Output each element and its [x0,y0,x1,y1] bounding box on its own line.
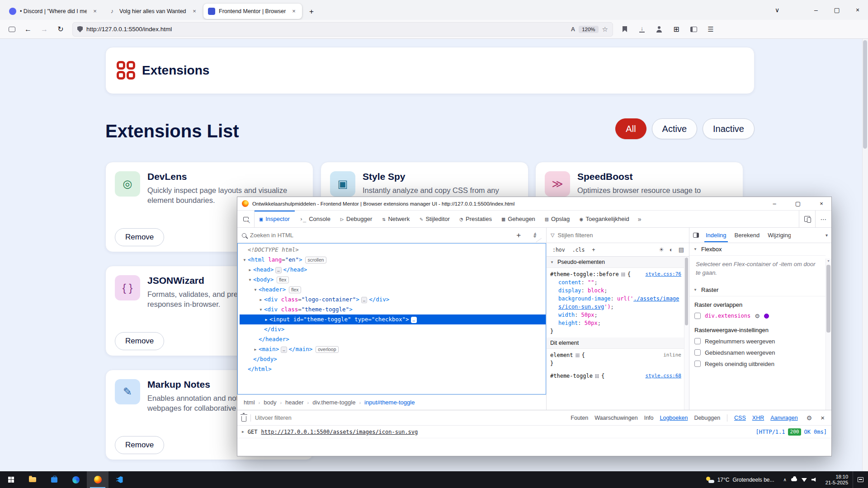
twisty-icon[interactable]: ▼ [252,285,259,295]
console-filter-logboeken[interactable]: Logboeken [657,413,691,422]
close-split-console-icon[interactable]: × [818,414,827,422]
grid-section-header[interactable]: ▼ Raster [689,284,826,296]
pick-element-button[interactable] [237,211,255,227]
sidebar-tabs-caret-icon[interactable]: ▾ [826,233,828,238]
devtools-tab-stijleditor[interactable]: ✎Stijleditor [415,211,455,227]
markup-node[interactable]: </html> [240,364,546,374]
inline-ellipsis[interactable]: … [275,267,281,273]
twisty-icon[interactable]: ▶ [252,345,259,355]
markup-badge-flex[interactable]: flex [277,277,288,283]
sidebar-button[interactable] [686,22,701,37]
markup-badge-scrollen[interactable]: scrollen [305,257,326,263]
tab-close-icon[interactable]: × [190,7,199,16]
devtools-tab-opslag[interactable]: ▤Opslag [540,211,575,227]
filter-inactive-button[interactable]: Inactive [703,118,755,139]
edge-button[interactable] [65,471,87,488]
rules-section-header[interactable]: ▼Pseudo-elementen [547,257,684,268]
html-markup-tree[interactable]: <!DOCTYPE html>▼<html lang="en">scrollen… [237,243,546,394]
devtools-minimize-button[interactable]: – [764,197,784,210]
css-declaration[interactable]: display: block; [550,286,681,295]
window-maximize-button[interactable]: ▢ [826,0,847,20]
devtools-tab-toegankelijkheid[interactable]: ◉Toegankelijkheid [575,211,634,227]
pocket-button[interactable] [618,22,632,37]
bookmark-star-icon[interactable]: ☆ [602,25,608,33]
dark-mode-sim-icon[interactable]: ◐ [668,246,675,253]
clear-console-trash-icon[interactable] [241,416,246,422]
browser-tab-discord[interactable]: • Discord | "Where did I mess u × [5,4,103,19]
extensions-button[interactable]: ⊞ [669,22,684,37]
console-filter-waarschuwingen[interactable]: Waarschuwingen [592,413,640,422]
markup-node[interactable]: ▶<main>…</main>overloop [240,344,546,354]
back-button[interactable]: ← [21,22,35,37]
devtools-titlebar[interactable]: Ontwikkelaarshulpmiddelen - Frontend Men… [237,197,831,211]
firefox-taskbar-button[interactable] [87,471,108,488]
twisty-icon[interactable]: ▶ [263,315,269,325]
class-toggle[interactable]: .cls [570,246,587,254]
window-minimize-button[interactable]: – [806,0,826,20]
console-filter-xhr[interactable]: XHR [750,413,767,422]
markup-badge-flex[interactable]: flex [289,286,301,293]
rule-source[interactable]: style.css:68 [646,372,681,380]
microsoft-store-button[interactable] [43,471,65,488]
highlighter-toggle-icon[interactable] [621,272,625,277]
reload-button[interactable]: ↻ [53,22,68,37]
console-filter-info[interactable]: Info [642,413,656,422]
scroll-up-icon[interactable]: ▼ [826,259,830,263]
zoom-level-badge[interactable]: 120% [579,26,598,33]
hidden-icons-chevron-icon[interactable]: ∧ [783,477,787,482]
console-filter-fouten[interactable]: Fouten [568,413,591,422]
rules-scrollbar-thumb[interactable] [685,258,688,325]
twisty-icon[interactable]: ▶ [258,295,264,305]
devtools-tab-prestaties[interactable]: ◔Prestaties [455,211,497,227]
tab-berekend[interactable]: Berekend [731,228,763,242]
rule-selector[interactable]: #theme-toggle::before [550,270,619,278]
twisty-icon[interactable]: ▼ [247,275,253,285]
account-button[interactable] [652,22,666,37]
highlighter-toggle-icon[interactable] [576,353,580,357]
rule-source[interactable]: style.css:76 [646,270,681,278]
markup-node[interactable]: ▶<head>…</head> [240,265,546,275]
rules-section-header[interactable]: Dit element [547,338,684,349]
markup-node[interactable]: ▼<body>flex [240,275,546,285]
page-scrollbar-thumb[interactable] [863,40,867,149]
new-tab-button[interactable]: + [305,5,318,19]
markup-node[interactable]: ▶<input id="theme-toggle" type="checkbox… [240,314,546,324]
css-declaration[interactable]: content: ""; [550,278,681,286]
grid-overlay-checkbox[interactable] [694,313,701,319]
filter-all-button[interactable]: All [615,118,646,139]
inline-ellipsis[interactable]: … [411,317,417,323]
breadcrumb-item[interactable]: body [261,398,279,407]
markup-node[interactable]: </body> [240,354,546,364]
tracking-protection-shield-icon[interactable] [77,26,83,33]
add-node-button[interactable]: + [512,231,525,240]
console-filter-debuggen[interactable]: Debuggen [691,413,723,422]
markup-node[interactable]: ▼<div class="theme-toggle"> [240,305,546,314]
layout-scrollbar-thumb[interactable] [826,265,830,333]
highlighter-toggle-icon[interactable] [595,374,599,378]
responsive-design-mode-button[interactable] [799,211,815,227]
twisty-icon[interactable]: ▼ [241,255,248,265]
new-rule-button[interactable]: + [590,246,597,254]
log-twisty-icon[interactable]: ▶ [242,430,244,434]
markup-badge-overloop[interactable]: overloop [316,346,338,353]
devtools-tab-debugger[interactable]: ▷Debugger [335,211,377,227]
grid-color-swatch[interactable] [764,314,769,319]
downloads-button[interactable]: ↓ [635,22,649,37]
markup-node[interactable]: ▼<html lang="en">scrollen [240,255,546,265]
markup-node[interactable]: </header> [240,334,546,344]
taskbar-clock[interactable]: 18:10 21-5-2025 [821,471,853,488]
translate-icon[interactable]: A [571,26,575,33]
setting-checkbox[interactable] [694,361,701,367]
search-html-input[interactable]: Zoeken in HTML [250,232,508,239]
tab-wijzigingen[interactable]: Wijzigingen [764,228,791,242]
devtools-tab-inspector[interactable]: ▣Inspector [255,211,295,227]
breadcrumb-item[interactable]: input#theme-toggle [362,398,417,407]
setting-checkbox[interactable] [694,338,701,344]
inline-ellipsis[interactable]: … [361,297,367,303]
console-log-row[interactable]: ▶ GET http://127.0.0.1:5500/assets/image… [237,426,831,438]
tab-indeling[interactable]: Indeling [703,228,730,242]
forward-button[interactable]: → [37,22,52,37]
flexbox-section-header[interactable]: ▼ Flexbox [689,243,826,256]
firefox-view-button[interactable] [5,22,19,37]
page-scrollbar[interactable] [862,39,868,471]
